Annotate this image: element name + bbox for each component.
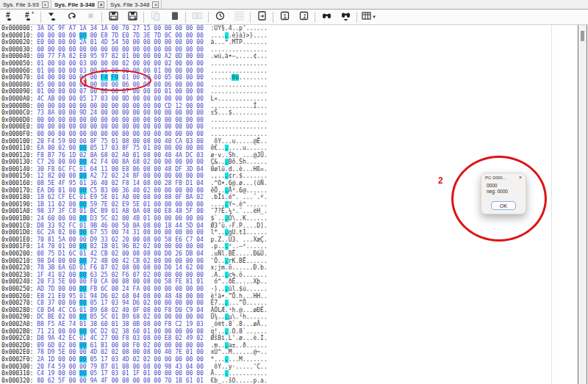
hex-byte[interactable]: 40 <box>165 349 172 355</box>
hex-byte[interactable]: 70 <box>122 25 129 32</box>
hex-byte[interactable]: 02 <box>111 201 118 208</box>
hex-byte[interactable]: A8 <box>122 208 129 214</box>
hex-byte[interactable]: 00 <box>69 370 76 377</box>
hex-byte[interactable]: 08 <box>143 194 151 200</box>
hex-byte[interactable]: 00 <box>111 286 118 292</box>
hex-byte[interactable]: 02 <box>58 314 65 320</box>
ascii-char[interactable]: . <box>264 180 268 186</box>
hex-byte[interactable]: 00 <box>69 145 76 151</box>
hex-byte[interactable]: 00 <box>186 300 193 306</box>
hex-byte[interactable]: 6D <box>48 342 55 349</box>
hex-byte[interactable]: 00 <box>143 60 151 67</box>
hex-byte[interactable]: 00 <box>143 117 151 123</box>
hex-byte[interactable]: 17 <box>90 95 98 102</box>
hex-byte[interactable]: E8 <box>122 166 129 173</box>
hex-byte[interactable]: 70 <box>165 377 172 384</box>
ascii-char[interactable]: . <box>264 363 268 370</box>
hex-byte[interactable]: 00 <box>175 123 182 130</box>
hex-byte[interactable]: B7 <box>48 152 55 159</box>
hex-byte[interactable]: 0C <box>90 328 98 335</box>
hex-byte[interactable]: 19 <box>48 370 55 377</box>
hex-byte[interactable]: 20 <box>37 138 44 145</box>
hex-byte[interactable]: 00 <box>79 349 87 355</box>
hex-byte[interactable]: 00 <box>154 46 161 53</box>
tab-close-icon[interactable]: × <box>42 1 49 8</box>
hex-byte[interactable]: 00 <box>186 342 193 349</box>
hex-byte[interactable]: 00 <box>132 60 140 67</box>
hex-byte[interactable]: 00 <box>79 236 87 243</box>
hex-byte[interactable]: 00 <box>154 342 161 349</box>
save-sector-as-button[interactable] <box>123 10 142 24</box>
hex-byte[interactable]: FA <box>58 53 65 59</box>
hex-byte[interactable]: EC <box>69 194 76 200</box>
hex-byte[interactable]: 03 <box>79 68 87 74</box>
hex-byte[interactable]: 00 <box>175 229 182 236</box>
ascii-char[interactable]: . <box>264 131 268 137</box>
hex-byte[interactable]: 04 <box>196 307 204 314</box>
hex-byte[interactable]: 02 <box>143 159 151 165</box>
hex-byte[interactable]: 00 <box>154 258 161 264</box>
hex-byte[interactable]: 00 <box>154 370 161 377</box>
hex-byte[interactable]: A2 <box>90 173 98 179</box>
hex-byte[interactable]: F6 <box>90 264 98 271</box>
hex-byte[interactable]: 01 <box>79 194 87 200</box>
hex-byte[interactable]: 00 <box>196 95 204 102</box>
hex-byte[interactable]: E9 <box>122 201 129 208</box>
hex-byte[interactable]: 02 <box>111 250 118 257</box>
hex-byte[interactable]: 67 <box>90 229 98 236</box>
hex-byte[interactable]: 95 <box>90 53 98 59</box>
hex-byte[interactable]: 00 <box>111 25 118 32</box>
hex-byte[interactable]: 00 <box>154 187 161 194</box>
hex-byte[interactable]: 00 <box>154 293 161 300</box>
hex-byte[interactable]: 00 <box>90 117 98 123</box>
hex-byte[interactable]: 00 <box>122 131 129 137</box>
hex-byte[interactable]: 02 <box>111 215 118 222</box>
hex-byte[interactable]: 24 <box>122 173 129 179</box>
hex-byte[interactable]: 00 <box>154 272 161 278</box>
hex-byte[interactable]: D8 <box>37 222 44 229</box>
hex-byte[interactable]: CF <box>58 194 65 200</box>
hex-byte[interactable]: CA <box>101 278 108 285</box>
hex-byte[interactable]: 00 <box>143 109 151 116</box>
hex-byte[interactable]: A2 <box>165 53 172 59</box>
hex-byte[interactable]: F0 <box>90 278 98 285</box>
hex-byte[interactable]: 00 <box>79 314 87 320</box>
hex-byte[interactable]: 00 <box>186 293 193 300</box>
hex-byte[interactable]: 00 <box>58 286 65 292</box>
marker-list-button[interactable] <box>43 10 62 24</box>
hex-byte[interactable]: 00 <box>175 258 182 264</box>
hex-byte[interactable]: 00 <box>154 356 161 363</box>
hex-byte[interactable]: 00 <box>186 272 193 278</box>
hex-byte[interactable]: 26 <box>175 250 182 257</box>
hex-byte[interactable]: 01 <box>165 88 172 95</box>
hex-byte[interactable]: 02 <box>58 201 65 208</box>
hex-byte[interactable]: 00 <box>154 335 161 341</box>
hex-byte[interactable]: BE <box>48 314 55 320</box>
hex-byte[interactable]: 00 <box>165 300 172 306</box>
hex-byte[interactable]: 30 <box>37 166 44 173</box>
hex-byte[interactable]: B9 <box>90 307 98 314</box>
hex-byte[interactable]: 81 <box>48 236 55 243</box>
hex-byte[interactable]: 61 <box>186 377 193 384</box>
hex-byte[interactable]: 00 <box>79 187 87 194</box>
hex-byte[interactable]: 73 <box>37 109 44 116</box>
ascii-char[interactable]: . <box>264 159 268 165</box>
hex-byte[interactable]: 03 <box>111 300 118 306</box>
ascii-char[interactable]: . <box>264 166 268 173</box>
hex-byte[interactable]: B3 <box>101 187 108 194</box>
hex-byte[interactable]: 00 <box>69 117 76 123</box>
hex-byte[interactable]: 01 <box>111 138 118 145</box>
hex-byte[interactable]: 1D <box>69 152 76 159</box>
hex-byte[interactable]: 4D <box>122 356 129 363</box>
hex-byte[interactable]: 00 <box>48 81 55 88</box>
hex-byte[interactable]: 00 <box>58 32 65 39</box>
ascii-char[interactable]: . <box>264 243 268 250</box>
hex-byte[interactable]: 62 <box>48 194 55 200</box>
hex-byte[interactable]: 08 <box>122 349 129 355</box>
hex-byte[interactable]: 03 <box>101 95 108 102</box>
hex-byte[interactable]: 42 <box>90 159 98 165</box>
hex-byte[interactable]: 03 <box>111 370 118 377</box>
hex-byte[interactable]: 00 <box>175 109 182 116</box>
hex-byte[interactable]: 00 <box>186 88 193 95</box>
hex-byte[interactable]: 04 <box>37 74 44 81</box>
